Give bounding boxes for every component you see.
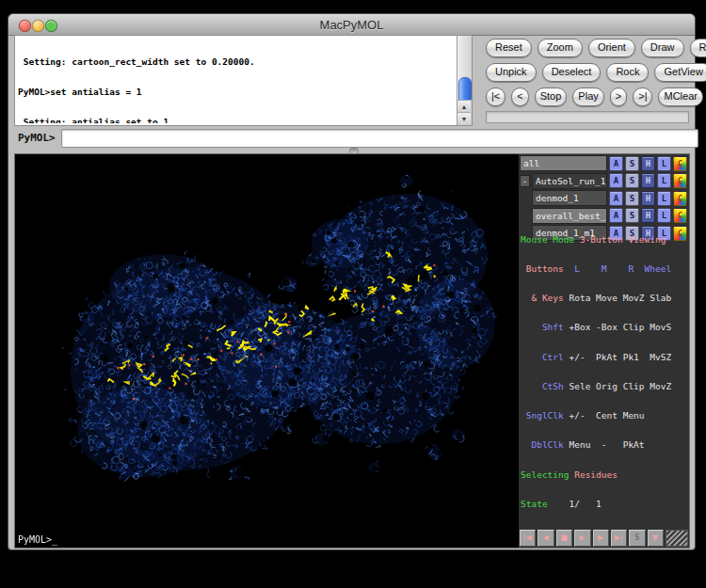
internal-gui-panel: all A S H L C - AutoSol_run_1_ A S [519, 154, 689, 548]
label-button[interactable]: L [657, 173, 671, 188]
state-indicator[interactable]: State 1/ 1 [521, 500, 687, 509]
object-row: - AutoSol_run_1_ A S H L C [520, 173, 687, 189]
mouse-mode-line: Shft +Box -Box Clip MovS [521, 323, 687, 332]
object-name-all[interactable]: all [520, 155, 607, 171]
scroll-down-arrow-icon[interactable]: ▼ [457, 112, 471, 125]
log-line: PyMOL>set antialias = 1 [18, 87, 456, 98]
title-bar[interactable]: MacPyMOL [8, 14, 695, 36]
selecting-mode-toggle[interactable]: Selecting Residues [521, 470, 687, 480]
play-button[interactable]: Play [572, 87, 603, 106]
step-forward-button[interactable]: > [610, 87, 627, 106]
log-console[interactable]: Setting: cartoon_rect_width set to 0.200… [14, 35, 473, 126]
command-input[interactable] [61, 129, 698, 148]
action-button[interactable]: A [609, 191, 623, 206]
movie-step-forward-button[interactable]: ▶ [593, 530, 609, 547]
control-button-panel: Reset Zoom Orient Draw Ray Unpick Desele… [478, 35, 695, 126]
draw-button[interactable]: Draw [641, 39, 684, 57]
mouse-mode-line: CtSh Sele Orig Clip MovZ [521, 382, 687, 391]
movie-controls: |◀ ◀ ■ ▶ ▶ ▶| S ▼ [520, 530, 688, 547]
resize-grip-icon[interactable] [666, 530, 688, 547]
movie-stop-button[interactable]: ■ [556, 530, 572, 547]
movie-s-button[interactable]: S [629, 530, 645, 547]
object-row: all A S H L C [520, 155, 687, 171]
action-button[interactable]: A [609, 173, 623, 188]
feedback-bar [486, 111, 689, 123]
viewport-prompt: PyMOL>_ [18, 534, 57, 545]
action-button[interactable]: A [609, 156, 623, 171]
gl-area: PyMOL>_ all A S H L C - AutoSol_run_1_ [14, 153, 690, 548]
label-button[interactable]: L [657, 191, 671, 206]
mouse-mode-line: & Keys Rota Move MovZ Slab [521, 294, 687, 303]
rock-button[interactable]: Rock [606, 63, 649, 82]
hide-button[interactable]: H [641, 173, 655, 188]
mouse-mode-line: Ctrl +/- PkAt Pk1 MvSZ [521, 353, 687, 362]
movie-rewind-button[interactable]: |◀ [520, 530, 536, 547]
step-back-button[interactable]: < [511, 87, 528, 106]
color-button[interactable]: C [673, 156, 687, 171]
log-text: Setting: cartoon_rect_width set to 0.200… [18, 38, 456, 123]
fast-forward-button[interactable]: >| [633, 87, 652, 106]
show-button[interactable]: S [625, 191, 639, 206]
object-name-autosol-run[interactable]: AutoSol_run_1_ [532, 173, 607, 189]
hide-button[interactable]: H [641, 156, 655, 171]
command-prompt-label: PyMOL> [18, 132, 56, 144]
hide-button[interactable]: H [641, 191, 655, 206]
log-line: Setting: antialias set to 1. [18, 118, 456, 123]
color-button[interactable]: C [673, 173, 687, 188]
movie-fullscreen-button[interactable]: ▼ [648, 530, 664, 547]
scroll-up-arrow-icon[interactable]: ▲ [457, 100, 471, 113]
mclear-button[interactable]: MClear [658, 87, 702, 106]
zoom-cmd-button[interactable]: Zoom [538, 39, 583, 57]
mouse-mode-line: SnglClk +/- Cent Menu [521, 411, 687, 421]
label-button[interactable]: L [657, 156, 671, 171]
movie-fast-forward-button[interactable]: ▶| [611, 530, 627, 547]
collapse-toggle-icon[interactable]: - [520, 175, 530, 187]
reset-button[interactable]: Reset [486, 39, 532, 57]
getview-button[interactable]: GetView [654, 63, 706, 82]
show-button[interactable]: S [625, 173, 639, 188]
stop-button[interactable]: Stop [535, 87, 568, 106]
window-title: MacPyMOL [8, 18, 695, 32]
movie-play-button[interactable]: ▶ [574, 530, 590, 547]
deselect-button[interactable]: Deselect [542, 63, 602, 82]
object-name-denmod-1[interactable]: denmod_1 [532, 190, 607, 206]
log-line: Setting: cartoon_rect_width set to 0.200… [18, 57, 456, 68]
orient-button[interactable]: Orient [588, 39, 635, 57]
movie-step-back-button[interactable]: ◀ [538, 530, 554, 547]
mouse-mode-panel: Mouse Mode 3-Button Viewing Buttons L M … [521, 215, 687, 529]
mouse-mode-line: DblClk Menu - PkAt [521, 440, 687, 450]
object-row: denmod_1 A S H L C [520, 190, 687, 206]
show-button[interactable]: S [625, 156, 639, 171]
mouse-mode-line: Mouse Mode 3-Button Viewing [521, 235, 687, 245]
mouse-mode-line: Buttons L M R Wheel [521, 264, 687, 274]
unpick-button[interactable]: Unpick [486, 63, 537, 82]
color-button[interactable]: C [673, 191, 687, 206]
rewind-button[interactable]: |< [486, 87, 505, 106]
console-scrollbar[interactable]: ▲ ▼ [457, 36, 472, 125]
macpymol-window: MacPyMOL Setting: cartoon_rect_width set… [8, 13, 696, 550]
ray-button[interactable]: Ray [690, 39, 706, 57]
viewport-canvas[interactable] [15, 154, 519, 548]
